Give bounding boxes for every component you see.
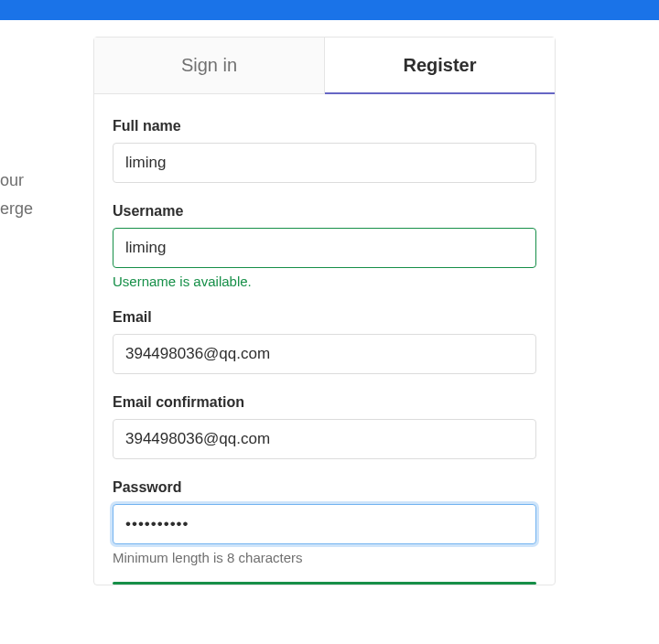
password-input[interactable] xyxy=(113,504,536,544)
auth-tabs: Sign in Register xyxy=(94,38,555,94)
fullname-label: Full name xyxy=(113,118,536,134)
register-form: Full name Username Username is available… xyxy=(94,94,555,585)
email-confirm-label: Email confirmation xyxy=(113,394,536,411)
tab-signin[interactable]: Sign in xyxy=(94,38,325,94)
submit-button[interactable] xyxy=(113,582,536,585)
marketing-line-2: erge xyxy=(0,195,33,223)
top-header-bar xyxy=(0,0,659,20)
username-help-text: Username is available. xyxy=(113,274,536,289)
email-confirm-input[interactable] xyxy=(113,419,536,459)
marketing-line-1: our xyxy=(0,166,33,195)
username-label: Username xyxy=(113,203,536,220)
email-label: Email xyxy=(113,309,536,326)
password-group: Password Minimum length is 8 characters xyxy=(113,479,536,565)
email-input[interactable] xyxy=(113,334,536,374)
background-marketing-text: our erge xyxy=(0,166,33,222)
email-confirm-group: Email confirmation xyxy=(113,394,536,459)
username-group: Username Username is available. xyxy=(113,203,536,289)
auth-card: Sign in Register Full name Username User… xyxy=(93,37,556,585)
password-help-text: Minimum length is 8 characters xyxy=(113,550,536,565)
username-input[interactable] xyxy=(113,228,536,268)
password-label: Password xyxy=(113,479,536,496)
fullname-input[interactable] xyxy=(113,143,536,183)
email-group: Email xyxy=(113,309,536,374)
fullname-group: Full name xyxy=(113,118,536,183)
tab-register[interactable]: Register xyxy=(325,38,555,94)
